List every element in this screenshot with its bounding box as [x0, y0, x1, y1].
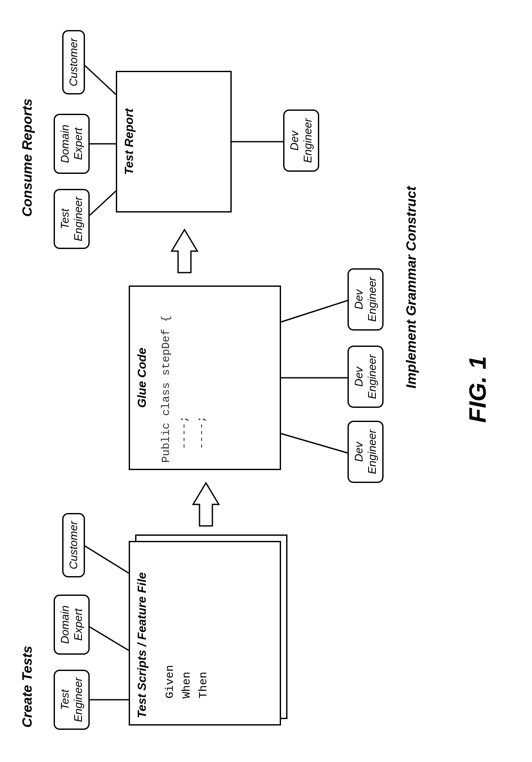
actor-customer-2: Customer — [62, 30, 85, 94]
svg-marker-3 — [193, 483, 219, 526]
actor-dev-engineer-2: DevEngineer — [348, 346, 384, 408]
actor-test-engineer-1: TestEngineer — [54, 670, 90, 730]
test-report-title: Test Report — [117, 72, 136, 211]
svg-marker-7 — [172, 230, 197, 273]
actor-test-engineer-2: TestEngineer — [54, 189, 90, 249]
feature-file-box: Test Scripts / Feature File Given When T… — [129, 541, 281, 726]
glue-code-box: Glue Code Public class stepDef { ----; -… — [129, 285, 281, 470]
feature-file-title: Test Scripts / Feature File — [130, 542, 149, 724]
glue-code-code: Public class stepDef { ----; ----; — [149, 287, 220, 469]
glue-code-title: Glue Code — [130, 287, 149, 469]
feature-file-code: Given When Then — [149, 542, 216, 724]
actor-customer-1: Customer — [62, 513, 85, 577]
actor-dev-engineer-1: DevEngineer — [348, 421, 384, 483]
actor-domain-expert-2: DomainExpert — [54, 114, 90, 174]
test-report-box: Test Report — [116, 71, 232, 213]
actor-dev-engineer-4: DevEngineer — [283, 109, 319, 172]
actor-domain-expert-1: DomainExpert — [54, 595, 90, 655]
actor-dev-engineer-3: DevEngineer — [348, 268, 384, 331]
